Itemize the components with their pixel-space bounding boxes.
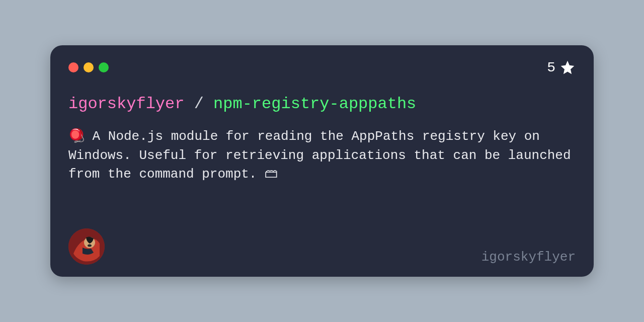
maximize-icon[interactable]: [99, 62, 109, 72]
close-icon[interactable]: [68, 62, 78, 72]
repo-description: 🪀 A Node.js module for reading the AppPa…: [68, 127, 576, 228]
repo-card: 5 igorskyflyer / npm-registry-apppaths 🪀…: [50, 45, 594, 277]
svg-point-2: [88, 245, 92, 247]
avatar[interactable]: [68, 228, 105, 265]
repo-title: igorskyflyer / npm-registry-apppaths: [68, 95, 576, 113]
minimize-icon[interactable]: [84, 62, 94, 72]
star-count: 5: [547, 59, 576, 75]
traffic-lights: [68, 62, 109, 72]
username-label: igorskyflyer: [481, 250, 576, 265]
star-icon: [559, 59, 576, 75]
top-bar: 5: [68, 59, 576, 75]
star-number: 5: [547, 60, 555, 75]
repo-name[interactable]: npm-registry-apppaths: [213, 95, 416, 113]
repo-owner[interactable]: igorskyflyer: [68, 95, 184, 113]
title-separator: /: [184, 95, 213, 113]
footer: igorskyflyer: [68, 228, 576, 265]
